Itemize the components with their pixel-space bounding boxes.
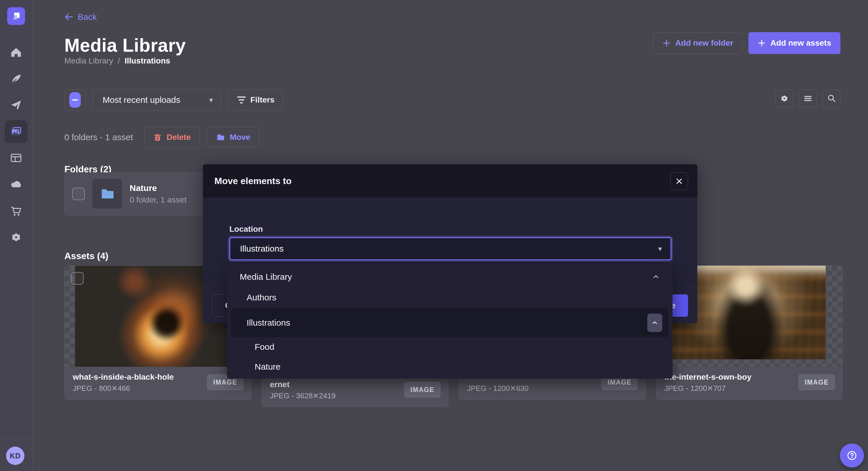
folder-info: Nature 0 folder, 1 asset [130, 183, 187, 204]
page-title: Media Library [64, 35, 186, 56]
modal-header: Move elements to [203, 164, 697, 198]
folder-name: Nature [130, 183, 187, 193]
select-all-checkbox[interactable] [64, 89, 86, 110]
avatar-initials: KD [10, 452, 21, 460]
chevron-up-icon [652, 273, 660, 281]
option-label: Food [255, 342, 274, 352]
trash-icon [153, 133, 162, 142]
move-label: Move [230, 133, 251, 142]
option-label: Authors [247, 293, 276, 302]
checkbox-indeterminate-icon [69, 92, 81, 108]
search-button[interactable] [823, 90, 840, 107]
delete-label: Delete [166, 133, 191, 142]
sort-select[interactable]: Most recent uploads ▾ [93, 89, 221, 111]
option-label: Illustrations [247, 318, 290, 328]
strapi-logo-icon[interactable] [7, 7, 25, 25]
question-mark-icon [845, 449, 858, 462]
sidebar-item-settings[interactable] [0, 224, 32, 250]
toolbar: Most recent uploads ▾ Filters [64, 89, 283, 111]
feather-icon [10, 73, 22, 85]
option-media-library[interactable]: Media Library [227, 267, 673, 287]
chevron-down-icon: ▾ [209, 96, 213, 105]
option-nature[interactable]: Nature [227, 357, 673, 377]
filter-icon [237, 97, 246, 103]
folder-icon [216, 133, 225, 142]
assets-heading: Assets (4) [64, 251, 108, 261]
gear-icon [10, 231, 22, 243]
location-dropdown: Media Library Authors Illustrations Food… [227, 265, 673, 378]
cloud-icon [10, 178, 23, 191]
breadcrumb: Media Library / Illustrations [64, 56, 170, 65]
add-new-assets-button[interactable]: Add new assets [748, 32, 840, 54]
list-view-button[interactable] [799, 90, 817, 107]
close-icon [676, 177, 683, 185]
modal-close-button[interactable] [670, 172, 688, 190]
option-label: Media Library [240, 272, 292, 282]
asset-checkbox[interactable] [71, 272, 84, 284]
sort-value: Most recent uploads [103, 95, 180, 105]
folder-meta: 0 folder, 1 asset [130, 195, 187, 204]
help-button[interactable] [840, 443, 864, 468]
sidebar-item-deploy[interactable] [0, 171, 32, 198]
modal-title: Move elements to [214, 176, 292, 187]
sidebar-nav [0, 39, 32, 250]
breadcrumb-separator: / [118, 56, 120, 65]
option-food[interactable]: Food [227, 337, 673, 357]
back-label: Back [78, 12, 97, 22]
filters-button[interactable]: Filters [228, 89, 283, 110]
asset-label: the-internet-s-own-boy JPEG - 1200✕707 I… [656, 367, 842, 400]
folder-blue-icon [99, 186, 115, 202]
media-library-active-chip [5, 120, 28, 143]
plus-icon [662, 39, 671, 47]
sidebar-item-home[interactable] [0, 39, 32, 65]
sidebar: KD [0, 0, 32, 471]
back-arrow-icon [64, 12, 73, 22]
add-assets-label: Add new assets [770, 38, 831, 48]
folder-checkbox[interactable] [72, 188, 85, 200]
location-select[interactable]: Illustrations ▾ [229, 237, 672, 260]
delete-button[interactable]: Delete [144, 127, 199, 147]
cog-icon [779, 94, 789, 103]
selection-summary: 0 folders - 1 asset [64, 132, 133, 142]
sidebar-footer-divider [0, 440, 32, 440]
sidebar-item-marketplace[interactable] [0, 198, 32, 224]
breadcrumb-parent[interactable]: Media Library [64, 56, 113, 65]
header-actions: Add new folder Add new assets [653, 32, 840, 54]
layout-icon [10, 152, 22, 164]
asset-type-badge: IMAGE [404, 382, 441, 398]
breadcrumb-current: Illustrations [124, 56, 170, 65]
asset-type-badge: IMAGE [799, 374, 835, 390]
move-button[interactable]: Move [207, 127, 259, 147]
media-library-app: KD Back Media Library Media Library / Il… [0, 0, 868, 471]
sidebar-item-releases[interactable] [0, 92, 32, 118]
back-link[interactable]: Back [64, 12, 97, 22]
option-authors[interactable]: Authors [227, 287, 673, 308]
images-icon [10, 125, 23, 138]
option-label: Nature [255, 362, 281, 372]
configure-view-button[interactable] [775, 90, 793, 107]
add-new-folder-button[interactable]: Add new folder [653, 32, 743, 54]
option-illustrations-selected[interactable]: Illustrations [231, 308, 669, 337]
view-actions [775, 90, 840, 107]
asset-label: ernet JPEG - 3628✕2419 IMAGE [262, 374, 448, 407]
location-value: Illustrations [240, 244, 284, 254]
sidebar-item-content-builder[interactable] [0, 65, 32, 92]
sidebar-item-media-library[interactable] [0, 118, 32, 145]
chevron-down-icon: ▾ [658, 244, 662, 253]
sidebar-item-content-manager[interactable] [0, 145, 32, 171]
location-label: Location [229, 225, 263, 234]
sidebar-divider [0, 32, 32, 32]
filters-label: Filters [250, 95, 275, 105]
user-avatar[interactable]: KD [6, 446, 25, 465]
chevron-up-icon [651, 319, 658, 327]
asset-label: what-s-inside-a-black-hole JPEG - 800✕46… [65, 367, 251, 400]
list-icon [803, 94, 813, 103]
plus-icon [757, 39, 766, 47]
cart-icon [10, 205, 22, 217]
paper-plane-icon [10, 99, 22, 111]
folder-thumb [92, 179, 122, 209]
selection-bar: 0 folders - 1 asset Delete Move [64, 127, 259, 147]
collapse-button[interactable] [647, 314, 662, 332]
add-folder-label: Add new folder [675, 38, 733, 48]
home-icon [10, 46, 22, 58]
